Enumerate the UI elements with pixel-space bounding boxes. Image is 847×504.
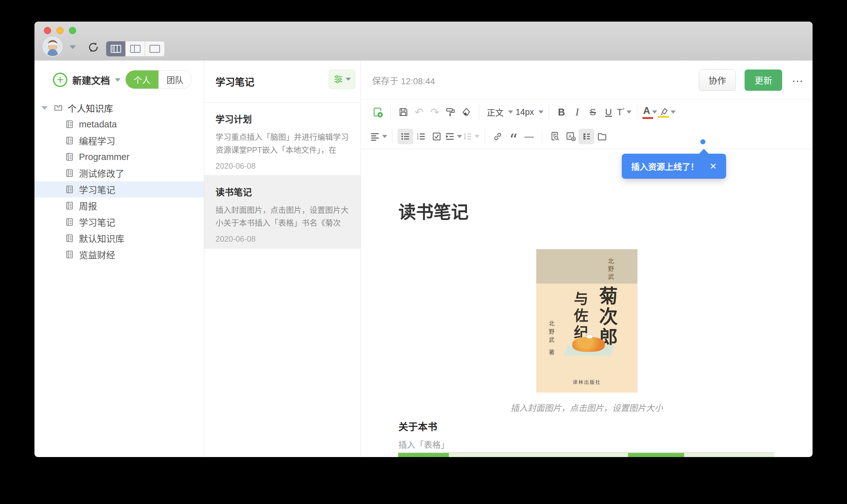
table-cell[interactable] xyxy=(449,453,628,457)
outline-button[interactable] xyxy=(579,129,594,144)
note-title: 学习计划 xyxy=(215,112,349,125)
note-list-item-reading-notes-selected[interactable]: 读书笔记 插入封面图片，点击图片，设置图片大小关于本书插入「表格」书名《菊次郎.… xyxy=(204,176,360,249)
team-toggle-button[interactable]: 团队 xyxy=(159,70,191,89)
toolbar-row-1: ↶ ↷ xyxy=(361,100,813,124)
format-painter-button[interactable] xyxy=(443,104,458,120)
expand-caret-icon[interactable] xyxy=(41,106,48,110)
image-caption[interactable]: 插入封面图片，点击图片，设置图片大小 xyxy=(461,401,712,414)
tree-root-personal-kb[interactable]: 个人知识库 xyxy=(34,100,204,116)
chevron-down-icon xyxy=(671,110,676,114)
align-dropdown[interactable] xyxy=(370,129,387,144)
chevron-down-icon xyxy=(508,110,513,114)
line-spacing-dropdown[interactable] xyxy=(462,129,480,144)
note-title: 读书笔记 xyxy=(215,185,349,198)
paragraph-style-dropdown[interactable]: 正文 xyxy=(484,104,513,120)
collaborate-button[interactable]: 协作 xyxy=(699,70,736,91)
redo-button[interactable]: ↷ xyxy=(427,104,443,120)
note-date: 2020-06-08 xyxy=(215,234,349,244)
fullscreen-window-button[interactable] xyxy=(69,27,76,34)
filter-sliders-icon xyxy=(333,74,343,84)
book-cover-image[interactable]: 北野武 菊次郎 与佐纪 北野武 著 译林出版社 xyxy=(536,249,637,393)
tree-root-label: 个人知识库 xyxy=(68,102,113,114)
word-count-icon: A xyxy=(565,131,576,142)
font-color-dropdown[interactable]: A xyxy=(642,104,658,120)
bold-button[interactable]: B xyxy=(554,104,569,120)
new-feature-dot xyxy=(701,139,705,144)
find-in-doc-icon xyxy=(549,131,561,142)
paint-roller-icon xyxy=(445,106,456,118)
view-two-pane-button[interactable] xyxy=(126,41,145,56)
template-plus-icon xyxy=(371,106,383,118)
sidebar-item-study-notes-2[interactable]: 学习笔记 xyxy=(34,214,204,230)
superscript-dropdown[interactable]: T° xyxy=(616,104,632,120)
insert-template-button[interactable] xyxy=(370,104,385,120)
personal-toggle-button[interactable]: 个人 xyxy=(126,70,159,89)
strikethrough-button[interactable]: S xyxy=(585,104,601,120)
insert-link-button[interactable] xyxy=(490,129,506,144)
sidebar-item-lanyi-finance[interactable]: 览益财经 xyxy=(34,246,204,263)
sidebar-item-label: metadata xyxy=(79,119,117,130)
word-count-button[interactable]: A xyxy=(563,129,579,144)
cover-publisher: 译林出版社 xyxy=(536,378,637,385)
horizontal-rule-button[interactable]: — xyxy=(521,129,537,144)
table-header-cell[interactable] xyxy=(398,453,449,457)
close-window-button[interactable] xyxy=(44,27,51,34)
chevron-down-icon xyxy=(539,110,544,114)
document-canvas[interactable]: 读书笔记 北野武 菊次郎 与佐纪 北野武 著 译林出版社 xyxy=(361,149,813,457)
document-title[interactable]: 读书笔记 xyxy=(399,198,469,223)
sidebar-item-label: 编程学习 xyxy=(79,134,115,147)
numbered-list-button[interactable]: 1 2 3 xyxy=(413,129,429,144)
sidebar-item-test-modified[interactable]: 测试修改了 xyxy=(34,165,204,181)
blockquote-button[interactable]: “ xyxy=(506,129,521,144)
minimize-window-button[interactable] xyxy=(56,27,64,34)
notebook-icon xyxy=(65,201,74,211)
table-cell[interactable] xyxy=(684,453,774,457)
clear-format-button[interactable] xyxy=(458,104,474,120)
document-heading[interactable]: 关于本书 xyxy=(399,419,437,433)
align-icon xyxy=(370,131,380,142)
line-spacing-icon xyxy=(462,131,473,142)
underline-button[interactable]: U xyxy=(601,104,616,120)
task-list-button[interactable] xyxy=(429,129,444,144)
knowledge-base-icon xyxy=(53,103,63,113)
save-button[interactable] xyxy=(395,104,411,120)
note-preview: 插入封面图片，点击图片，设置图片大小关于本书插入「表格」书名《菊次郎... xyxy=(215,204,349,230)
sidebar-item-study-notes-selected[interactable]: 学习笔记 xyxy=(34,181,204,198)
undo-button[interactable]: ↶ xyxy=(411,104,427,120)
user-avatar[interactable] xyxy=(42,37,63,57)
sidebar-item-label: 周报 xyxy=(79,199,97,212)
notes-list-pane: 学习笔记 学习计划 学习重点插入「脑图」并进行编辑学习资源课堂PPT嵌入「本地文… xyxy=(204,60,361,457)
update-button[interactable]: 更新 xyxy=(745,70,782,91)
note-list-item-study-plan[interactable]: 学习计划 学习重点插入「脑图」并进行编辑学习资源课堂PPT嵌入「本地文件」，在文… xyxy=(204,103,360,176)
svg-text:3: 3 xyxy=(417,138,419,141)
sync-refresh-icon[interactable] xyxy=(87,41,100,54)
font-size-dropdown[interactable]: 14px xyxy=(513,104,544,120)
sidebar-item-label: Programmer xyxy=(79,152,129,162)
tooltip-text: 插入资源上线了！ xyxy=(631,160,699,173)
sidebar-item-weekly-report[interactable]: 周报 xyxy=(34,198,204,214)
sidebar-item-default-kb[interactable]: 默认知识库 xyxy=(34,230,204,246)
document-paragraph[interactable]: 插入「表格」 xyxy=(399,438,449,450)
sidebar: + 新建文档 个人 团队 个人知识库 xyxy=(34,60,204,457)
view-three-pane-button[interactable] xyxy=(106,41,126,56)
highlight-color-dropdown[interactable] xyxy=(658,104,676,120)
indent-icon xyxy=(444,131,455,142)
view-one-pane-button[interactable] xyxy=(145,41,164,56)
chevron-down-icon xyxy=(382,135,387,138)
new-doc-button[interactable]: + 新建文档 xyxy=(53,70,121,90)
sidebar-item-programmer[interactable]: Programmer xyxy=(34,149,204,165)
chevron-down-icon xyxy=(652,110,657,114)
insert-resource-button[interactable] xyxy=(594,129,610,144)
indent-dropdown[interactable] xyxy=(444,129,462,144)
italic-button[interactable]: I xyxy=(569,104,585,120)
tooltip-close-button[interactable]: ✕ xyxy=(709,161,717,172)
table-header-cell[interactable] xyxy=(628,453,684,457)
filter-sort-button[interactable] xyxy=(329,70,355,89)
sidebar-item-coding-study[interactable]: 编程学习 xyxy=(34,132,204,149)
more-menu-button[interactable]: … xyxy=(791,71,806,89)
avatar-dropdown-caret-icon[interactable] xyxy=(70,46,76,49)
sidebar-item-metadata[interactable]: metadata xyxy=(34,116,204,132)
table-header-row[interactable] xyxy=(398,452,774,457)
find-replace-button[interactable] xyxy=(547,129,563,144)
bullet-list-button[interactable] xyxy=(398,129,413,144)
